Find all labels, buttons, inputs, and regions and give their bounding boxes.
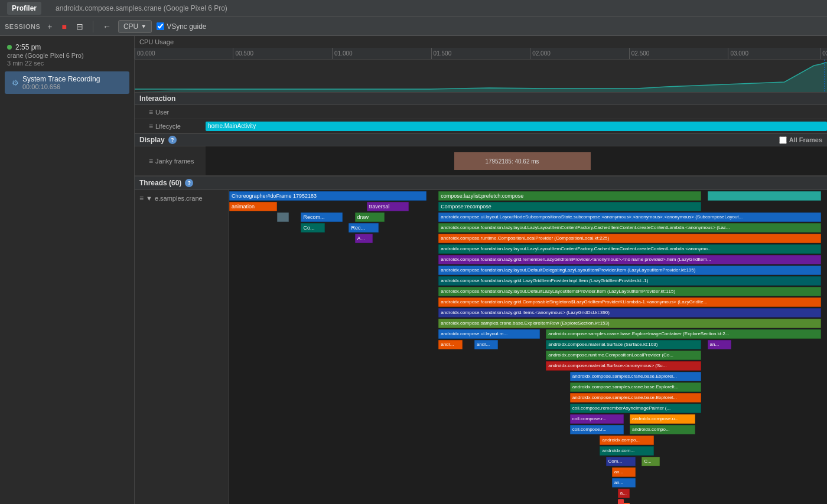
flame-block[interactable]: androidx.compose.material.Surface.<anony… [546,361,701,371]
hamburger-icon[interactable]: ≡ [149,108,153,116]
flame-block[interactable]: androidx.compose.runtime.CompositionLoca… [546,351,701,360]
interaction-section: Interaction ≡ User ≡ Lifecycle home.Main… [135,93,827,134]
vsync-checkbox[interactable] [157,22,164,30]
split-button[interactable]: ⊟ [74,21,86,32]
flame-block[interactable]: androidx.compose.foundation.lazy.grid.Co… [438,297,821,307]
flame-block[interactable]: androidx.com... [600,446,653,456]
flame-block[interactable]: androidx.compose.foundation.lazy.grid.La… [438,276,821,286]
ruler-tick-6: 03.000 [728,48,748,59]
flame-block[interactable]: androidx.compo... [600,436,653,445]
flame-block[interactable]: androidx.compose.ui.layout.m... [438,329,540,339]
flame-block[interactable]: Com... [606,457,636,466]
flame-block[interactable]: C... [642,457,659,466]
flame-block[interactable]: androidx.compose.foundation.lazy.grid.re… [438,255,821,264]
flame-block[interactable]: Choreographer#doFrame 17952183 [229,191,426,201]
display-info-icon[interactable]: ? [168,136,177,144]
toolbar-separator [93,21,93,32]
ruler-tick-0: 00.000 [135,48,155,59]
flame-block[interactable]: androidx.compose.samples.crane.base.Expl… [438,319,821,328]
session-tab[interactable]: androidx.compose.samples.crane (Google P… [51,2,232,15]
flame-block[interactable]: androidx.compose.u... [630,414,695,424]
home-main-activity-bar: home.MainActivity [206,122,827,131]
flame-block[interactable]: androidx.compose.samples.crane.base.Expl… [570,393,702,402]
display-section: Display ? All Frames ≡ Janky frames 1795… [135,134,827,176]
session-name: crane (Google Pixel 6 Pro) [7,52,127,59]
flame-block[interactable]: coil.compose.rememberAsyncImagePainter (… [570,404,702,413]
threads-info-icon[interactable]: ? [185,179,193,187]
flame-block[interactable]: Compose:recompose [438,202,701,211]
janky-hamburger-icon[interactable]: ≡ [149,157,153,165]
flame-block[interactable]: androidx.compo... [630,425,695,434]
flame-block[interactable]: an... [612,467,636,477]
recording-item[interactable]: ⚙ System Trace Recording 00:00:10.656 [5,71,129,94]
thread-name-label: e.samples.crane [155,195,203,202]
all-frames-label-text: All Frames [789,136,822,143]
recording-time: 00:00:10.656 [22,83,100,90]
flame-block[interactable]: Rec... [349,223,379,233]
thread-expand-icon[interactable]: ▼ [146,195,152,202]
lifecycle-hamburger-icon[interactable]: ≡ [149,122,153,130]
recording-info: System Trace Recording 00:00:10.656 [22,75,100,90]
add-session-button[interactable]: + [45,21,54,32]
flame-block[interactable]: androidx.compose.foundation.lazy.layout.… [438,287,821,296]
user-track-row: ≡ User [135,105,827,119]
chevron-down-icon: ▼ [141,23,146,30]
recording-name: System Trace Recording [22,75,100,83]
profiler-tab[interactable]: Profiler [7,2,41,15]
flame-bar-indicator [618,499,624,504]
flame-block[interactable]: androidx.compose.samples.crane.base.Expl… [546,329,821,339]
flame-block[interactable]: androidx.compose.foundation.lazy.grid.it… [438,308,821,318]
session-duration: 3 min 22 sec [7,60,127,67]
flame-block[interactable]: a... [618,489,630,498]
flame-block[interactable] [277,212,289,222]
stop-button[interactable]: ■ [59,21,69,32]
interaction-header: Interaction [135,93,827,105]
cpu-dropdown[interactable]: CPU ▼ [118,20,152,33]
timeline-ruler: 00.000 00.500 01.000 01.500 02.000 02.50… [135,48,827,60]
vsync-checkbox-label[interactable]: VSync guide [157,22,206,31]
flame-block[interactable]: androidx.compose.ui.layout.LayoutNodeSub… [438,212,821,222]
back-button[interactable]: ← [100,21,113,32]
vsync-label-text: VSync guide [167,22,206,31]
flame-block[interactable]: compose:lazylist:prefetch:compose [438,191,701,201]
flame-block[interactable]: androidx.compose.foundation.lazy.layout.… [438,223,821,233]
flame-block[interactable]: coil.compose.r... [570,414,624,424]
flame-block[interactable]: draw [355,212,385,222]
svg-marker-0 [135,63,827,92]
thread-trace-area: Choreographer#doFrame 17952183 compose:l… [229,190,827,504]
flame-block[interactable]: androidx.compose.samples.crane.base.Expl… [570,372,702,381]
flame-block[interactable]: androidx.compose.samples.crane.base.Expl… [570,382,702,392]
interaction-label: Interaction [139,94,175,103]
flame-block[interactable]: A... [355,234,373,243]
flame-block[interactable]: andr... [474,340,498,349]
flame-block[interactable]: an... [708,340,731,349]
flame-block[interactable]: coil.compose.r... [570,425,624,434]
lifecycle-track-row: ≡ Lifecycle home.MainActivity [135,119,827,133]
flame-block[interactable]: andr... [438,340,462,349]
janky-frames-content: 17952185: 40.62 ms [206,146,827,175]
ruler-tick-7: 03.500 [820,48,827,59]
ruler-tick-4: 02.000 [530,48,551,59]
cpu-chart-svg [135,60,827,92]
thread-hamburger-icon[interactable]: ≡ [139,194,144,202]
ruler-tick-3: 01.500 [431,48,452,59]
flame-block[interactable] [708,191,821,201]
flame-block[interactable]: androidx.compose.material.Surface (Surfa… [546,340,701,349]
janky-frames-label: Janky frames [155,158,194,165]
flame-block[interactable]: Recom... [301,212,343,222]
flame-block[interactable]: androidx.compose.runtime.CompositionLoca… [438,234,821,243]
janky-tooltip: 17952185: 40.62 ms [485,158,539,164]
flame-block[interactable]: animation [229,202,277,211]
flame-block[interactable]: an... [612,478,636,487]
flame-block[interactable]: Co... [301,223,324,233]
flame-block[interactable]: traversal [367,202,409,211]
recording-icon: ⚙ [12,78,19,87]
flame-block[interactable]: androidx.compose.foundation.lazy.layout.… [438,266,821,275]
display-header-label: Display [139,136,165,144]
ruler-tick-2: 01.000 [332,48,353,59]
user-track-content [206,105,827,119]
flame-block[interactable]: androidx.compose.foundation.lazy.layout.… [438,244,821,254]
all-frames-checkbox[interactable] [779,136,787,144]
cpu-dropdown-label: CPU [123,22,138,31]
threads-header-label: Threads (60) [139,179,181,187]
